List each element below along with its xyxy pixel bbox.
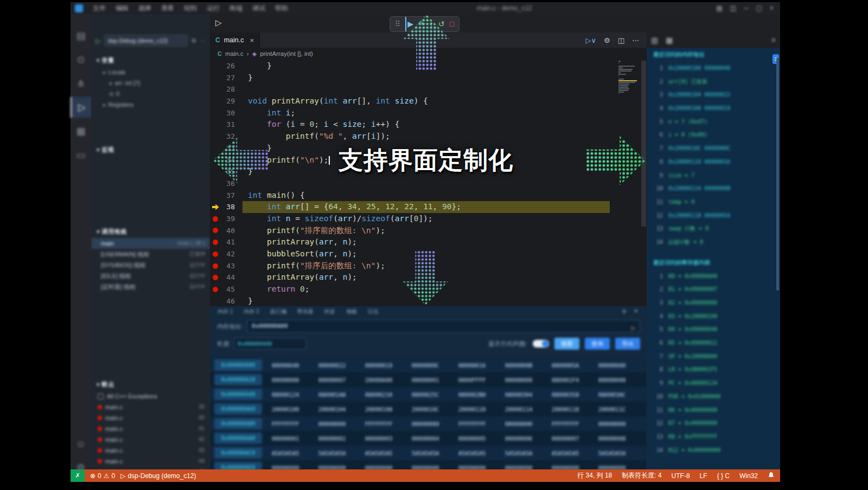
list-item[interactable]: 14R12 = 0x00000000 [647, 444, 780, 457]
memory-cell[interactable]: 00000000 [355, 465, 402, 470]
memory-cell[interactable]: 00000000 [589, 362, 635, 369]
memory-cell[interactable]: A5A5A5A5 [542, 450, 589, 456]
display-toggle[interactable] [533, 340, 549, 347]
list-item[interactable]: 30x20000104 00000022 [647, 88, 780, 102]
length-input[interactable]: 0x00000400 [234, 338, 307, 350]
list-item[interactable]: 6R5 = 0x00000022 [647, 337, 780, 350]
list-item[interactable]: 100x20000114 0000000B [647, 182, 780, 196]
status-item-4[interactable]: { } C [717, 472, 730, 480]
code-line[interactable]: 32 printf("%d ", arr[i]); [210, 131, 610, 143]
memory-address-button[interactable]: 0x00000A20 [214, 374, 262, 385]
layout-icon-1[interactable]: ◫ [730, 4, 736, 12]
breakpoint-gutter[interactable] [210, 213, 221, 225]
list-item[interactable]: 1R0 = 0x00000A00 [647, 270, 780, 283]
callstack-row[interactable]: [SYS/BIOS] 线程运行中 [91, 260, 210, 270]
list-item[interactable]: 11temp = 0 [647, 196, 780, 209]
memory-cell[interactable]: 20000110 [449, 406, 495, 412]
memory-cell[interactable]: 20000A00 [355, 377, 402, 383]
memory-cell[interactable]: 5A5A5A5A [309, 450, 355, 456]
callstack-row[interactable]: [USERMAIN] 线程已暂停 [91, 249, 210, 260]
variable-item[interactable]: ▸Registers [91, 99, 210, 110]
gutter[interactable] [210, 119, 221, 131]
memory-address-button[interactable]: 0x00000AA0 [214, 433, 262, 444]
memory-cell[interactable]: 0000000B [495, 362, 542, 369]
memory-cell[interactable]: 00000040 [262, 362, 309, 369]
start-debug-icon[interactable]: ▷ [95, 37, 101, 45]
gutter[interactable] [210, 60, 221, 72]
memory-cell[interactable]: 20000108 [355, 406, 402, 412]
code-line[interactable]: 30 int i; [210, 107, 610, 119]
menu-item-0[interactable]: 文件 [88, 3, 110, 14]
list-item[interactable]: 13R8 = 0xFFFFFFFF [647, 430, 780, 444]
memory-address-button[interactable]: 0x00000A80 [214, 418, 262, 429]
memory-cell[interactable]: 0000000C [402, 362, 449, 369]
drag-handle[interactable]: ⠿ [395, 17, 400, 31]
section-header[interactable]: ▾ 断点 [91, 378, 210, 391]
memory-cell[interactable]: FFFFFFFF [542, 421, 589, 427]
memory-cell[interactable]: 00000000 [402, 421, 449, 427]
memory-panel-tab-4[interactable]: 外设 [324, 308, 335, 318]
breakpoint-gutter[interactable] [210, 236, 221, 248]
panel-button-1[interactable]: 查询 [585, 338, 610, 350]
panel-button-2[interactable]: 导出 [615, 338, 640, 350]
tab-close-icon[interactable]: × [250, 36, 254, 44]
right-panel-scrollbar[interactable] [776, 57, 779, 291]
memory-cell[interactable]: 00000003 [355, 435, 402, 442]
breadcrumb-file[interactable]: main.c [225, 50, 244, 57]
memory-cell[interactable]: A5A5A5A5 [355, 450, 402, 456]
list-item[interactable]: 2R1 = 0x00000007 [647, 283, 780, 296]
memory-cell[interactable]: 00000000 [589, 465, 635, 470]
list-item[interactable]: 2arr[0] 已更新 [647, 75, 780, 89]
run-debug-icon[interactable]: ▷ [71, 97, 92, 118]
memory-cell[interactable]: 20000114 [495, 406, 542, 412]
status-item-0[interactable]: 行 34, 列 18 [577, 471, 612, 480]
current-line-gutter[interactable] [210, 201, 221, 213]
memory-address-button[interactable]: 0x00000AC0 [214, 447, 262, 459]
memory-cell[interactable]: 00000000 [402, 465, 449, 470]
memory-cell[interactable]: 08000210 [355, 391, 402, 398]
menu-item-8[interactable]: 帮助 [271, 3, 292, 14]
explorer-icon[interactable]: ▤ [71, 25, 91, 46]
gutter[interactable] [210, 95, 221, 107]
memory-cell[interactable]: 00000000 [495, 377, 542, 383]
more-icon[interactable]: ⋯ [200, 37, 206, 44]
panel-button-0[interactable]: 视图 [554, 338, 579, 350]
memory-cell[interactable]: 0000005A [542, 362, 589, 369]
memory-cell[interactable]: 00000022 [309, 362, 355, 369]
list-item[interactable]: 9PC = 0x08000124 [647, 377, 780, 390]
memory-cell[interactable]: 00000000 [495, 421, 542, 427]
memory-cell[interactable]: 08000358 [542, 391, 589, 398]
breakpoint-gutter[interactable] [210, 225, 221, 237]
list-item[interactable]: 6i = 0 (0x00) [647, 128, 780, 142]
list-item[interactable]: 8LR = 0x080001F5 [647, 363, 780, 377]
layout-icon-0[interactable]: ▤ [716, 4, 722, 12]
variable-item[interactable]: n: 0 [91, 88, 210, 99]
breakpoint-gutter[interactable] [210, 272, 221, 283]
section-header[interactable]: ▾ 变量 [91, 54, 210, 67]
memory-panel-tab-6[interactable]: 日志 [368, 308, 379, 318]
variable-item[interactable]: ▸Locals [91, 67, 210, 78]
memory-cell[interactable]: 00000000 [309, 421, 355, 427]
memory-cell[interactable]: 0000FFFF [449, 377, 495, 383]
memory-cell[interactable]: 5A5A5A5A [589, 450, 635, 456]
extensions-icon[interactable]: ▦ [71, 121, 91, 141]
breakpoint-gutter[interactable] [210, 283, 221, 295]
list-item[interactable]: 7SP = 0x20008000 [647, 350, 780, 364]
collapse-panel-icon[interactable]: ∨ [622, 307, 627, 315]
memory-cell[interactable]: FFFFFFFF [355, 421, 402, 427]
list-item[interactable]: 11R6 = 0x00000000 [647, 404, 780, 417]
memory-cell[interactable]: 20000104 [309, 406, 355, 412]
close-panel-icon[interactable]: × [634, 307, 638, 315]
breakpoint-gutter[interactable] [210, 248, 221, 260]
breakpoint-row[interactable]: main.c44 [91, 456, 210, 467]
breakpoint-row[interactable]: main.c41 [91, 423, 210, 434]
memory-cell[interactable]: 08000304 [495, 391, 542, 398]
menu-item-5[interactable]: 运行 [202, 3, 224, 14]
menu-item-7[interactable]: 调试 [248, 3, 270, 14]
memory-address-input[interactable]: 0x00000A00 ▷ [247, 320, 640, 333]
code-line[interactable]: 41 printArray(arr, n); [210, 236, 610, 248]
memory-cell[interactable]: FFFFFFFF [262, 421, 309, 427]
run-icon[interactable]: ▷ [215, 18, 222, 28]
gutter[interactable] [210, 190, 221, 202]
list-item[interactable]: 9size = 7 [647, 169, 780, 183]
